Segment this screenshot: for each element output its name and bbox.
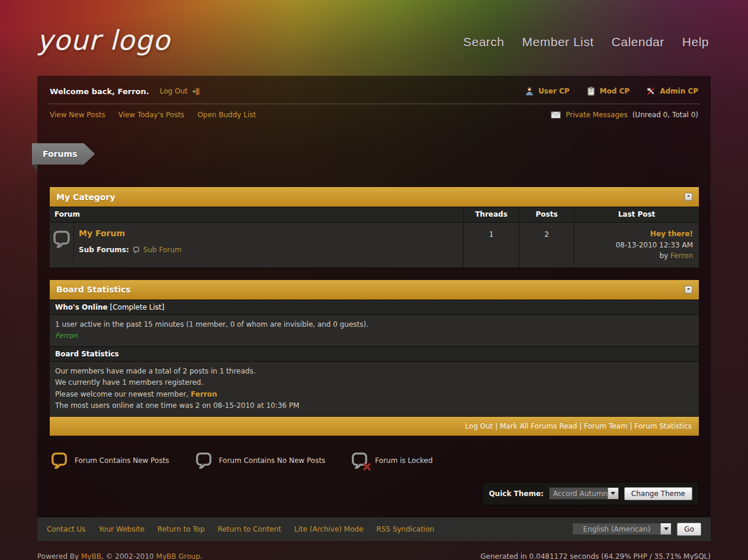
stats-line-3: Please welcome our newest member, (55, 390, 191, 398)
newest-member-link[interactable]: Ferron (191, 390, 217, 398)
legend-locked: Forum is Locked (350, 451, 432, 470)
control-panel-links: User CP Mod CP Admin CP (525, 86, 698, 96)
theme-select-button[interactable] (608, 488, 618, 499)
welcome-greeting: Welcome back, Ferron. (50, 87, 149, 96)
rss-syndication-link[interactable]: RSS Syndication (377, 525, 435, 533)
clipboard-icon (586, 86, 596, 96)
last-post-title-link[interactable]: Hey there! (650, 230, 693, 238)
legend-no-new-posts-label: Forum Contains No New Posts (219, 456, 326, 465)
link-separator: | (493, 422, 500, 430)
last-post-by: by (659, 252, 670, 260)
dropdown-arrow-icon (664, 527, 669, 530)
forum-name-cell: My Forum Sub Forums: Sub Forum (74, 223, 463, 268)
subforum-bubble-icon (133, 246, 140, 253)
nav-member-list[interactable]: Member List (522, 35, 594, 49)
mybb-group-link[interactable]: MyBB Group (156, 552, 200, 560)
mod-cp-label: Mod CP (600, 87, 630, 95)
view-todays-posts-link[interactable]: View Today's Posts (118, 111, 185, 119)
nav-help[interactable]: Help (682, 35, 709, 49)
board-stats-heading-row: Board Statistics (50, 347, 699, 362)
nav-calendar[interactable]: Calendar (612, 35, 664, 49)
credits-left: Powered By MyBB, © 2002-2010 MyBB Group.… (37, 551, 203, 560)
go-button[interactable]: Go (677, 523, 701, 536)
top-navigation: Search Member List Calendar Help (463, 35, 709, 49)
forum-row: My Forum Sub Forums: Sub Forum 1 2 Hey t… (50, 223, 699, 268)
complete-list-link[interactable]: [Complete List] (110, 303, 165, 311)
red-x-icon (362, 462, 371, 471)
private-messages-link[interactable]: Private Messages (566, 111, 628, 119)
theme-select[interactable]: Accord Autumn (549, 487, 619, 500)
your-website-link[interactable]: Your Website (99, 525, 145, 533)
admin-cp-label: Admin CP (660, 87, 698, 95)
legend-locked-label: Forum is Locked (375, 456, 432, 465)
quick-theme-row: Quick Theme: Accord Autumn Change Theme (49, 482, 699, 506)
column-last-post: Last Post (574, 207, 699, 222)
posts-count: 2 (519, 223, 574, 268)
collapse-category-button[interactable]: - (685, 193, 692, 201)
site-logo: your logo (37, 24, 170, 56)
no-new-posts-icon (194, 451, 213, 470)
board-statistics-table: Board Statistics - Who's Online [Complet… (50, 280, 699, 436)
link-separator: | (577, 422, 584, 430)
user-cp-link[interactable]: User CP (525, 86, 570, 96)
online-user-link[interactable]: Ferron (55, 332, 78, 340)
footer-bar: Contact Us Your Website Return to Top Re… (37, 517, 711, 541)
content-panel: Welcome back, Ferron. Log Out (37, 76, 711, 541)
mod-cp-link[interactable]: Mod CP (586, 86, 630, 96)
last-post-date: 08-13-2010 12:33 AM (615, 241, 693, 249)
forum-link[interactable]: My Forum (79, 228, 125, 238)
legend-new-posts-label: Forum Contains New Posts (75, 456, 169, 465)
board-stats-body: Our members have made a total of 2 posts… (50, 362, 699, 417)
user-icon (525, 86, 534, 96)
footer-logout-link[interactable]: Log Out (465, 422, 493, 430)
spacer (37, 268, 711, 280)
user-cp-label: User CP (538, 87, 570, 95)
mail-icon (551, 111, 561, 119)
admin-cp-link[interactable]: Admin CP (646, 86, 698, 96)
last-post-author-link[interactable]: Ferron (670, 252, 693, 260)
quick-links-bar: View New Posts View Today's Posts Open B… (37, 104, 711, 128)
lite-mode-link[interactable]: Lite (Archive) Mode (294, 525, 364, 533)
breadcrumb[interactable]: Forums (32, 143, 95, 165)
table-footer-bar: Log Out | Mark All Forums Read | Forum T… (50, 417, 699, 436)
open-buddy-list-link[interactable]: Open Buddy List (197, 111, 256, 119)
door-icon (192, 87, 201, 96)
mybb-link[interactable]: MyBB (81, 552, 101, 560)
generated-stats: Generated in 0.0481172 seconds (64.29% P… (480, 552, 711, 560)
forum-team-link[interactable]: Forum Team (584, 422, 628, 430)
stats-line-4: The most users online at one time was 2 … (55, 401, 299, 410)
powered-by-text: Powered By (37, 552, 81, 560)
view-new-posts-link[interactable]: View New Posts (50, 111, 105, 119)
board-stats-heading: Board Statistics (55, 350, 119, 358)
footer-links: Contact Us Your Website Return to Top Re… (47, 525, 434, 533)
language-select-button[interactable] (660, 523, 671, 535)
subforum-link[interactable]: Sub Forum (143, 246, 182, 254)
language-select[interactable]: English (American) (572, 523, 672, 535)
change-theme-button[interactable]: Change Theme (624, 487, 692, 500)
mark-read-link[interactable]: Mark All Forums Read (500, 422, 577, 430)
copyright-text: , © 2002-2010 (101, 552, 156, 560)
return-to-top-link[interactable]: Return to Top (158, 525, 205, 533)
stats-line-1: Our members have made a total of 2 posts… (55, 367, 256, 375)
return-to-content-link[interactable]: Return to Content (218, 525, 281, 533)
nav-search[interactable]: Search (463, 35, 505, 49)
whos-online-heading: Who's Online (55, 303, 108, 311)
column-header-row: Forum Threads Posts Last Post (50, 207, 699, 223)
stats-line-2: We currently have 1 members registered. (55, 378, 203, 387)
whos-online-heading-row: Who's Online [Complete List] (50, 300, 699, 315)
credits-section: Powered By MyBB, © 2002-2010 MyBB Group.… (37, 551, 711, 560)
credits-right: Generated in 0.0481172 seconds (64.29% P… (439, 551, 711, 560)
category-title: My Category (56, 192, 115, 202)
legend-new-posts: Forum Contains New Posts (50, 451, 169, 470)
legend-no-new-posts: Forum Contains No New Posts (194, 451, 326, 470)
column-posts: Posts (519, 207, 574, 222)
logout-link[interactable]: Log Out (160, 87, 188, 95)
stats-title: Board Statistics (56, 285, 131, 294)
collapse-stats-button[interactable]: - (685, 286, 692, 294)
breadcrumb-zone: Forums (37, 143, 711, 166)
category-header: My Category - (50, 187, 699, 207)
forum-statistics-link[interactable]: Forum Statistics (634, 422, 692, 430)
contact-us-link[interactable]: Contact Us (47, 525, 86, 533)
threads-count: 1 (463, 223, 519, 268)
last-post-cell: Hey there! 08-13-2010 12:33 AM by Ferron (574, 223, 699, 268)
